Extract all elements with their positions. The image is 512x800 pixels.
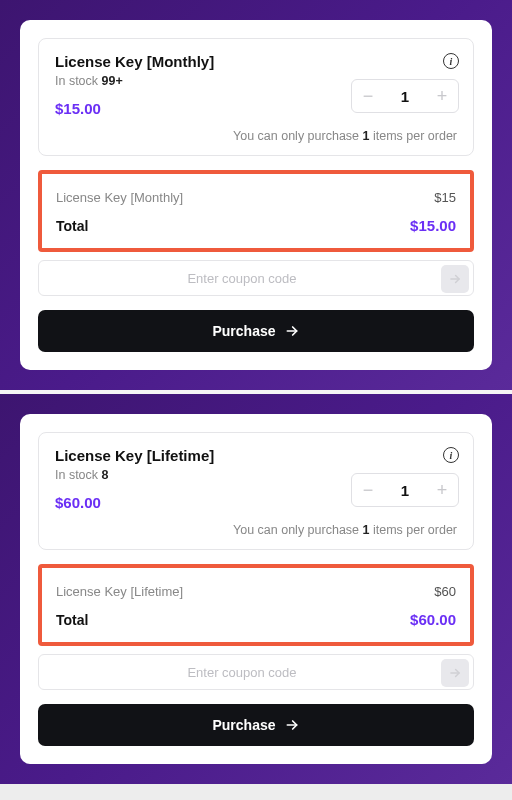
arrow-right-icon bbox=[448, 666, 462, 680]
checkout-card: i License Key [Monthly] In stock 99+ − 1… bbox=[20, 20, 492, 370]
arrow-right-icon bbox=[284, 323, 300, 339]
qty-decrease-button[interactable]: − bbox=[352, 87, 384, 105]
qty-increase-button[interactable]: + bbox=[426, 87, 458, 105]
quantity-stepper[interactable]: − 1 + bbox=[351, 79, 459, 113]
coupon-row bbox=[38, 654, 474, 690]
total-label: Total bbox=[56, 218, 88, 234]
checkout-section-lifetime: i License Key [Lifetime] In stock 8 − 1 … bbox=[0, 394, 512, 784]
coupon-submit-button[interactable] bbox=[441, 265, 469, 293]
quantity-stepper[interactable]: − 1 + bbox=[351, 473, 459, 507]
purchase-label: Purchase bbox=[212, 717, 275, 733]
order-summary-highlight: License Key [Lifetime] $60 Total $60.00 bbox=[38, 564, 474, 646]
purchase-label: Purchase bbox=[212, 323, 275, 339]
info-icon[interactable]: i bbox=[443, 53, 459, 69]
coupon-input[interactable] bbox=[51, 271, 433, 286]
qty-value: 1 bbox=[384, 88, 426, 105]
checkout-card: i License Key [Lifetime] In stock 8 − 1 … bbox=[20, 414, 492, 764]
purchase-button[interactable]: Purchase bbox=[38, 704, 474, 746]
summary-item-price: $60 bbox=[434, 584, 456, 599]
total-label: Total bbox=[56, 612, 88, 628]
summary-item-name: License Key [Lifetime] bbox=[56, 584, 183, 599]
arrow-right-icon bbox=[284, 717, 300, 733]
total-price: $60.00 bbox=[410, 611, 456, 628]
product-title: License Key [Monthly] bbox=[55, 53, 457, 70]
stock-label: In stock bbox=[55, 468, 102, 482]
stock-count: 8 bbox=[102, 468, 109, 482]
purchase-button[interactable]: Purchase bbox=[38, 310, 474, 352]
qty-decrease-button[interactable]: − bbox=[352, 481, 384, 499]
order-summary-highlight: License Key [Monthly] $15 Total $15.00 bbox=[38, 170, 474, 252]
coupon-input[interactable] bbox=[51, 665, 433, 680]
summary-total-row: Total $60.00 bbox=[56, 611, 456, 628]
arrow-right-icon bbox=[448, 272, 462, 286]
checkout-section-monthly: i License Key [Monthly] In stock 99+ − 1… bbox=[0, 0, 512, 390]
coupon-row bbox=[38, 260, 474, 296]
purchase-limit-note: You can only purchase 1 items per order bbox=[55, 523, 457, 537]
summary-line-item: License Key [Lifetime] $60 bbox=[56, 584, 456, 599]
stock-count: 99+ bbox=[102, 74, 123, 88]
page-bottom-spacer bbox=[0, 784, 512, 800]
product-box: i License Key [Lifetime] In stock 8 − 1 … bbox=[38, 432, 474, 550]
summary-line-item: License Key [Monthly] $15 bbox=[56, 190, 456, 205]
total-price: $15.00 bbox=[410, 217, 456, 234]
summary-total-row: Total $15.00 bbox=[56, 217, 456, 234]
qty-value: 1 bbox=[384, 482, 426, 499]
summary-item-name: License Key [Monthly] bbox=[56, 190, 183, 205]
stock-label: In stock bbox=[55, 74, 102, 88]
qty-increase-button[interactable]: + bbox=[426, 481, 458, 499]
info-icon[interactable]: i bbox=[443, 447, 459, 463]
coupon-submit-button[interactable] bbox=[441, 659, 469, 687]
product-box: i License Key [Monthly] In stock 99+ − 1… bbox=[38, 38, 474, 156]
product-title: License Key [Lifetime] bbox=[55, 447, 457, 464]
summary-item-price: $15 bbox=[434, 190, 456, 205]
purchase-limit-note: You can only purchase 1 items per order bbox=[55, 129, 457, 143]
